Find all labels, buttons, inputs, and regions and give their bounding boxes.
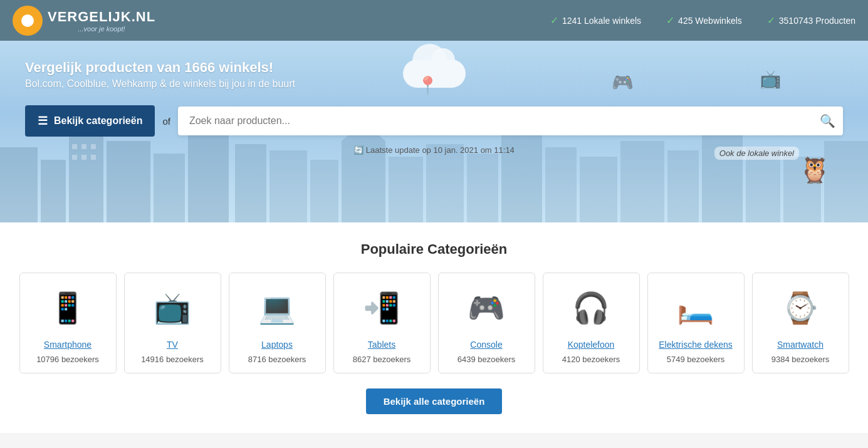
categories-grid: 📱 Smartphone 10796 bezoekers 📺 TV 14916 … xyxy=(13,273,855,373)
update-icon: 🔄 xyxy=(353,145,363,155)
category-link[interactable]: TV xyxy=(167,340,178,350)
categories-section: Populaire Categorieën 📱 Smartphone 10796… xyxy=(0,222,868,433)
category-image: 🎧 xyxy=(557,283,625,333)
check-icon-producten: ✓ xyxy=(767,14,775,26)
category-card[interactable]: 📺 TV 14916 bezoekers xyxy=(124,273,221,373)
category-visitors: 10796 bezoekers xyxy=(36,355,99,364)
category-card[interactable]: 📱 Smartphone 10796 bezoekers xyxy=(19,273,117,373)
owl-mascot: 🦉 xyxy=(799,155,830,185)
svg-rect-15 xyxy=(310,160,338,222)
category-image: 📲 xyxy=(347,283,416,333)
logo-icon xyxy=(13,6,43,36)
svg-rect-1 xyxy=(41,160,66,222)
local-shop-bubble: Ook de lokale winkel xyxy=(714,147,799,160)
stat-web: ✓ 425 Webwinkels xyxy=(666,14,742,26)
category-link[interactable]: Elektrische dekens xyxy=(659,340,733,350)
hamburger-icon: ☰ xyxy=(38,114,48,128)
svg-rect-20 xyxy=(467,154,498,222)
stat-lokale: ✓ 1241 Lokale winkels xyxy=(550,14,641,26)
svg-rect-24 xyxy=(580,157,617,222)
category-image: 🎮 xyxy=(452,283,521,333)
svg-rect-11 xyxy=(188,128,229,222)
stat-producten-text: 3510743 Producten xyxy=(779,16,855,26)
category-link[interactable]: Laptops xyxy=(261,340,293,350)
categories-button[interactable]: ☰ Bekijk categorieën xyxy=(25,105,155,137)
search-input[interactable] xyxy=(186,109,820,133)
category-visitors: 5749 bezoekers xyxy=(667,355,725,364)
category-visitors: 9384 bezoekers xyxy=(771,355,830,364)
svg-rect-6 xyxy=(72,155,77,160)
gamepad-icon: 🎮 xyxy=(612,72,634,93)
svg-rect-0 xyxy=(0,147,38,222)
logo-text: VERGELIJK.NL xyxy=(48,9,155,25)
local-shop-text: Ook de lokale winkel xyxy=(719,148,794,158)
view-all-button[interactable]: Bekijk alle categorieën xyxy=(366,388,503,414)
svg-rect-19 xyxy=(426,144,464,222)
svg-rect-13 xyxy=(235,144,266,222)
stat-web-text: 425 Webwinkels xyxy=(678,16,742,26)
category-link[interactable]: Tablets xyxy=(368,340,395,350)
categories-btn-label: Bekijk categorieën xyxy=(54,115,142,127)
check-icon-web: ✓ xyxy=(666,14,674,26)
category-link[interactable]: Smartwatch xyxy=(777,340,824,350)
logo-area: VERGELIJK.NL ...voor je koopt! xyxy=(13,6,155,36)
category-image: ⌚ xyxy=(766,283,835,333)
section-title: Populaire Categorieën xyxy=(13,241,855,258)
category-card[interactable]: 🎮 Console 6439 bezoekers xyxy=(438,273,535,373)
category-card[interactable]: 🎧 Koptelefoon 4120 bezoekers xyxy=(543,273,640,373)
logo-inner-circle xyxy=(21,14,34,27)
svg-rect-26 xyxy=(667,150,699,222)
svg-rect-10 xyxy=(154,154,185,222)
category-card[interactable]: 📲 Tablets 8627 bezoekers xyxy=(333,273,431,373)
category-visitors: 8716 bezoekers xyxy=(248,355,306,364)
stat-producten: ✓ 3510743 Producten xyxy=(767,14,855,26)
site-header: VERGELIJK.NL ...voor je koopt! ✓ 1241 Lo… xyxy=(0,0,868,41)
category-link[interactable]: Koptelefoon xyxy=(568,340,615,350)
category-image: 📺 xyxy=(138,283,207,333)
category-visitors: 8627 bezoekers xyxy=(353,355,411,364)
check-icon-lokale: ✓ xyxy=(550,14,558,26)
svg-rect-18 xyxy=(389,157,423,222)
update-label: Laatste update op 10 jan. 2021 om 11:14 xyxy=(366,145,515,155)
svg-rect-14 xyxy=(269,150,307,222)
hero-section: 📍 🎮 📺 Vergelijk producten van 1666 winke… xyxy=(0,41,868,222)
or-label: of xyxy=(162,116,170,127)
category-visitors: 6439 bezoekers xyxy=(458,355,516,364)
category-image: 📱 xyxy=(33,283,102,333)
svg-rect-8 xyxy=(91,155,96,160)
search-button[interactable]: 🔍 xyxy=(820,113,835,128)
search-box: 🔍 xyxy=(178,107,843,135)
header-stats: ✓ 1241 Lokale winkels ✓ 425 Webwinkels ✓… xyxy=(550,14,855,26)
location-icon: 📍 xyxy=(417,75,439,96)
logo-tagline: ...voor je koopt! xyxy=(48,25,155,33)
search-row: ☰ Bekijk categorieën of 🔍 xyxy=(25,105,843,137)
category-visitors: 4120 bezoekers xyxy=(562,355,620,364)
category-link[interactable]: Smartphone xyxy=(44,340,92,350)
category-visitors: 14916 bezoekers xyxy=(141,355,204,364)
stat-lokale-text: 1241 Lokale winkels xyxy=(562,16,641,26)
category-card[interactable]: 💻 Laptops 8716 bezoekers xyxy=(229,273,326,373)
hero-title: Vergelijk producten van 1666 winkels! xyxy=(25,60,843,76)
category-card[interactable]: 🛏️ Elektrische dekens 5749 bezoekers xyxy=(647,273,745,373)
svg-rect-23 xyxy=(545,147,577,222)
category-image: 🛏️ xyxy=(661,283,730,333)
svg-rect-7 xyxy=(81,155,86,160)
tv-float-icon: 📺 xyxy=(760,69,782,90)
category-link[interactable]: Console xyxy=(470,340,502,350)
logo-text-area: VERGELIJK.NL ...voor je koopt! xyxy=(48,9,155,33)
category-card[interactable]: ⌚ Smartwatch 9384 bezoekers xyxy=(752,273,849,373)
category-image: 💻 xyxy=(243,283,311,333)
